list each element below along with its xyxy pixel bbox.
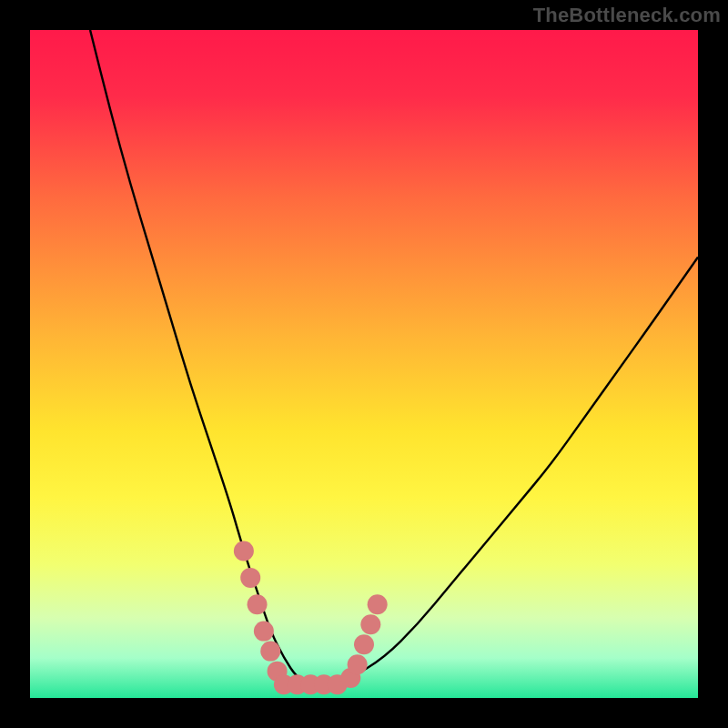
- highlight-marker: [260, 642, 280, 662]
- highlight-marker: [240, 568, 260, 588]
- gradient-background: [30, 30, 698, 698]
- highlight-marker: [348, 654, 368, 674]
- chart-frame: TheBottleneck.com: [0, 0, 728, 728]
- watermark-text: TheBottleneck.com: [533, 4, 721, 27]
- highlight-marker: [354, 634, 374, 654]
- highlight-marker: [234, 541, 254, 561]
- highlight-marker: [254, 622, 274, 642]
- chart-svg: [30, 30, 698, 698]
- highlight-marker: [360, 614, 380, 634]
- highlight-marker: [248, 594, 268, 614]
- plot-area: [30, 30, 698, 698]
- highlight-marker: [368, 594, 388, 614]
